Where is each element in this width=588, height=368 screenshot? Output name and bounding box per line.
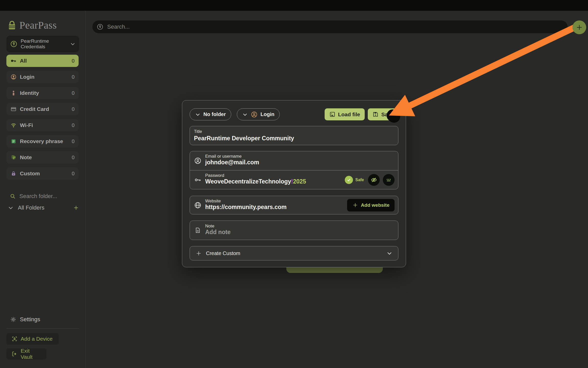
load-file-button[interactable]: Load file xyxy=(325,108,365,120)
category-list: All 0 Login 0 Identity 0 Credit Card 0 xyxy=(6,55,79,183)
globe-icon xyxy=(194,201,202,209)
chevron-down-icon xyxy=(386,250,393,256)
title-field-label: Title xyxy=(194,129,394,134)
add-device-button[interactable]: Add a Device xyxy=(6,333,59,345)
sidebar-item-label: All xyxy=(20,58,68,64)
sidebar-item-label: Note xyxy=(20,154,68,160)
website-field[interactable]: Website https://community.pears.com Add … xyxy=(190,196,398,214)
sidebar-item-count: 0 xyxy=(72,122,75,128)
sidebar-item-credit-card[interactable]: Credit Card 0 xyxy=(6,103,79,115)
chevron-down-icon xyxy=(70,41,76,47)
email-field-label: Email or username xyxy=(205,154,398,159)
generate-password-button[interactable] xyxy=(383,174,395,186)
wifi-icon xyxy=(10,122,17,128)
dots-icon xyxy=(385,177,392,183)
chevron-down-icon xyxy=(195,112,201,117)
sidebar: PearPass PearRuntime Credentials All 0 L… xyxy=(0,11,86,368)
folder-dropdown-value: No folder xyxy=(203,111,226,117)
sidebar-item-identity[interactable]: Identity 0 xyxy=(6,87,79,99)
all-folders-label: All Folders xyxy=(18,204,69,211)
lock-icon xyxy=(10,170,17,177)
email-field[interactable]: Email or username johndoe@mail.com xyxy=(190,151,398,170)
sidebar-item-note[interactable]: Note 0 xyxy=(6,151,79,164)
circled-key-icon xyxy=(96,23,104,30)
document-icon xyxy=(194,226,202,234)
chevron-down-icon[interactable] xyxy=(8,205,14,211)
create-custom-button[interactable]: Create Custom xyxy=(190,246,398,260)
chevron-down-icon xyxy=(242,112,248,117)
password-field[interactable]: Password WeoveDecentralizeTechnology!202… xyxy=(190,170,398,189)
sidebar-divider xyxy=(6,328,79,329)
add-folder-icon[interactable] xyxy=(73,205,79,211)
lock-logo-icon xyxy=(8,20,16,30)
sidebar-item-count: 0 xyxy=(72,139,75,144)
search-bar[interactable] xyxy=(92,20,568,33)
settings-button[interactable]: Settings xyxy=(10,316,40,323)
vault-name: PearRuntime Credentials xyxy=(21,38,67,50)
safe-label: Safe xyxy=(355,178,364,182)
sidebar-item-recovery-phrase[interactable]: Recovery phrase 0 xyxy=(6,135,79,147)
credential-editor-modal: No folder Login Load file Save Title Pea… xyxy=(182,100,406,267)
sidebar-item-label: Credit Card xyxy=(20,106,68,112)
list-document-icon xyxy=(10,138,17,144)
type-dropdown[interactable]: Login xyxy=(237,108,280,120)
all-folders-row[interactable]: All Folders xyxy=(8,204,79,211)
person-circle-icon xyxy=(251,111,258,118)
window-titlebar xyxy=(0,0,588,11)
toggle-password-visibility-button[interactable] xyxy=(368,174,380,186)
circled-key-icon xyxy=(10,40,18,48)
exit-icon xyxy=(11,351,18,357)
title-field[interactable]: Title PearRuntime Developer Community xyxy=(190,126,398,145)
sidebar-item-count: 0 xyxy=(72,74,75,80)
search-input[interactable] xyxy=(107,24,541,30)
save-icon xyxy=(372,111,379,118)
sidebar-item-wifi[interactable]: Wi-Fi 0 xyxy=(6,119,79,131)
sidebar-item-label: Custom xyxy=(20,170,68,177)
add-device-label: Add a Device xyxy=(21,336,53,342)
add-credential-button[interactable] xyxy=(572,20,586,34)
gear-icon xyxy=(10,316,16,323)
sidebar-item-custom[interactable]: Custom 0 xyxy=(6,167,79,180)
password-main: WeoveDecentralizeTechnology xyxy=(205,178,291,185)
password-digits: 2025 xyxy=(293,178,306,185)
sidebar-item-login[interactable]: Login 0 xyxy=(6,71,79,83)
credit-card-icon xyxy=(10,106,17,112)
sidebar-item-label: Wi-Fi xyxy=(20,122,68,128)
folder-search-input[interactable]: Search folder... xyxy=(10,193,57,200)
sidebar-item-label: Identity xyxy=(20,90,68,96)
folder-search-placeholder: Search folder... xyxy=(19,193,57,200)
vault-selector[interactable]: PearRuntime Credentials xyxy=(6,36,79,52)
password-strength-badge: Safe xyxy=(345,176,364,184)
exit-vault-button[interactable]: Exit Vault xyxy=(6,348,46,360)
sidebar-item-label: Recovery phrase xyxy=(20,138,68,144)
title-field-value[interactable]: PearRuntime Developer Community xyxy=(194,135,394,142)
more-options-button[interactable] xyxy=(387,109,399,122)
note-field-label: Note xyxy=(205,224,398,229)
load-file-label: Load file xyxy=(338,111,360,118)
eye-slash-icon xyxy=(371,177,377,183)
person-circle-icon xyxy=(10,74,17,80)
search-icon xyxy=(10,193,16,199)
plus-icon xyxy=(195,250,202,257)
key-icon xyxy=(10,58,17,64)
image-icon xyxy=(329,111,336,118)
email-field-value[interactable]: johndoe@mail.com xyxy=(205,159,398,166)
note-field[interactable]: Note Add note xyxy=(190,221,398,240)
password-controls: Safe xyxy=(345,174,395,186)
check-icon xyxy=(345,176,353,184)
plus-icon xyxy=(352,202,358,208)
person-circle-icon xyxy=(194,157,202,165)
add-website-button[interactable]: Add website xyxy=(347,199,395,211)
sidebar-item-count: 0 xyxy=(72,171,75,177)
app-title: PearPass xyxy=(19,19,57,31)
add-device-icon xyxy=(11,336,18,342)
folder-dropdown[interactable]: No folder xyxy=(190,108,231,120)
note-field-placeholder[interactable]: Add note xyxy=(205,229,398,236)
sidebar-item-count: 0 xyxy=(72,155,75,160)
credentials-group: Email or username johndoe@mail.com Passw… xyxy=(190,151,398,189)
sidebar-item-count: 0 xyxy=(72,58,75,64)
person-icon xyxy=(10,90,17,96)
type-dropdown-value: Login xyxy=(261,111,274,117)
sidebar-item-all[interactable]: All 0 xyxy=(6,55,79,67)
add-website-label: Add website xyxy=(361,202,389,208)
